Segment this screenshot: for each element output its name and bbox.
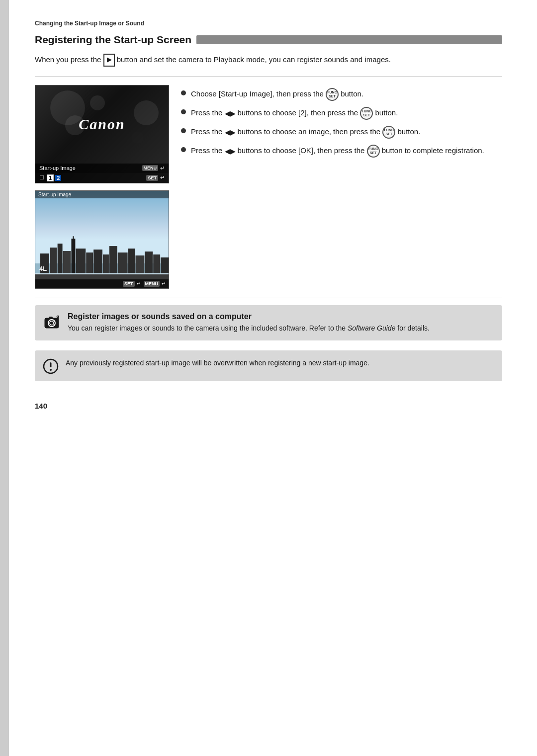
city-label-text: Start-up Image [38,192,71,197]
section-title: Registering the Start-up Screen [35,34,191,46]
bullet-item-3: Press the ◀▶ buttons to choose an image,… [181,126,502,139]
func-set-btn-2: FUNCSET [360,107,373,120]
city-menu-label: MENU [144,281,160,287]
city-screen-label: Start-up Image [35,191,169,198]
bullet-dot-1 [181,90,186,95]
svg-rect-15 [145,252,153,273]
screenshot-frame-1: Canon Start-up Image MENU ↵ ☐ 1 2 [35,85,169,183]
screen1-numbers: ☐ 1 2 [39,174,61,181]
size-indicator: 4L [39,265,47,272]
bullet-item-4: Press the ◀▶ buttons to choose [OK], the… [181,145,502,158]
svg-rect-7 [76,249,86,273]
arrow-lr-3: ◀▶ [225,128,238,136]
svg-rect-3 [58,244,63,273]
bullet-text-3: Press the ◀▶ buttons to choose an image,… [191,126,502,139]
svg-rect-17 [161,257,169,273]
warning-icon-wrapper [43,358,59,374]
svg-rect-5 [71,239,75,273]
func-set-btn-1: FUNCSET [326,88,339,101]
svg-rect-21 [49,317,53,319]
screen1-menu-set: MENU ↵ [141,165,165,171]
bullet3-part3: button. [397,127,420,136]
warning-icon [43,358,59,374]
svg-point-25 [50,369,52,371]
bokeh-5 [131,131,144,144]
warning-text: Any previously registered start-up image… [66,357,369,368]
bokeh-2 [134,100,159,125]
bullet3-part1: Press the [191,127,222,136]
intro-text: When you press the ▶ button and set the … [35,54,502,67]
bullet-text-4: Press the ◀▶ buttons to choose [OK], the… [191,145,502,158]
screen1-label-text: Start-up Image [39,165,76,171]
bullet2-part3: button. [375,108,398,117]
bokeh-4 [90,95,105,110]
bullet4-part1: Press the [191,146,222,155]
bottom-divider [35,298,502,298]
screen1-set-bar: SET ↵ [145,174,165,181]
screen1-number-bar: ☐ 1 2 SET ↵ [35,173,169,183]
warning-box: Any previously registered start-up image… [35,350,502,381]
canon-logo: Canon [79,116,125,133]
note-box: Register images or sounds saved on a com… [35,305,502,340]
svg-rect-12 [118,252,128,273]
svg-rect-9 [93,250,102,273]
bullet-list: Choose [Start-up Image], then press the … [181,88,502,158]
city-screen: Start-up Image [35,191,169,288]
screenshot-frame-2: Start-up Image [35,190,169,289]
note-icon-wrapper [43,313,61,331]
screen1-label-bar: Start-up Image MENU ↵ [35,164,169,173]
section-title-wrapper: Registering the Start-up Screen [35,34,502,46]
city-skyline-svg [35,229,169,278]
note-text: You can register images or sounds to the… [68,323,430,334]
svg-rect-4 [63,251,71,273]
svg-rect-24 [50,362,52,367]
camera-icon-small: ☐ [39,174,44,181]
bullet2-part2: buttons to choose [2], then press the [237,108,358,117]
func-set-btn-3: FUNCSET [382,126,395,139]
bullet-dot-4 [181,147,186,152]
bullet-dot-2 [181,109,186,114]
set-return-icon: ↵ [160,174,165,181]
bullet2-part1: Press the [191,108,222,117]
breadcrumb: Changing the Start-up Image or Sound [35,20,502,27]
breadcrumb-text: Changing the Start-up Image or Sound [35,20,144,27]
func-set-btn-4: FUNCSET [367,145,380,158]
bullet-text-2: Press the ◀▶ buttons to choose [2], then… [191,107,502,120]
bullet4-part3: button to complete registration. [382,146,484,155]
screenshots-column: Canon Start-up Image MENU ↵ ☐ 1 2 [35,85,169,289]
bullet4-part2: buttons to choose [OK], then press the [237,146,364,155]
set-label: SET [146,175,158,181]
svg-rect-11 [109,246,117,273]
svg-rect-10 [103,254,109,273]
arrow-lr-2: ◀▶ [225,109,238,117]
svg-rect-14 [135,255,144,273]
city-bottom-bar: SET ↵ MENU ↵ [35,279,169,288]
svg-point-22 [56,319,57,321]
bullet-text-1: Choose [Start-up Image], then press the … [191,88,502,101]
bullet-dot-3 [181,128,186,133]
camera-computer-icon [43,313,61,331]
return-arrow: ↵ [160,165,165,171]
city-set-label: SET [123,281,135,287]
svg-rect-6 [73,236,74,240]
software-guide-italic: Software Guide [348,324,396,332]
svg-rect-8 [86,252,93,273]
number-1: 1 [47,174,54,181]
playback-button-icon: ▶ [103,54,115,66]
svg-rect-13 [128,249,135,273]
main-content: Canon Start-up Image MENU ↵ ☐ 1 2 [35,85,502,289]
city-menu-return: ↵ [162,281,166,286]
canon-screen: Canon Start-up Image MENU ↵ ☐ 1 2 [35,85,169,183]
menu-label: MENU [142,165,159,171]
bullet-item-1: Choose [Start-up Image], then press the … [181,88,502,101]
page-number: 140 [35,402,47,410]
top-divider [35,77,502,77]
number-2: 2 [55,175,61,181]
canon-screen-main: Canon [35,85,169,164]
svg-rect-2 [50,248,57,273]
note-title: Register images or sounds saved on a com… [68,312,430,321]
title-bar-decoration [196,35,502,44]
instructions-column: Choose [Start-up Image], then press the … [181,85,502,289]
bullet-item-2: Press the ◀▶ buttons to choose [2], then… [181,107,502,120]
arrow-lr-4: ◀▶ [225,147,238,155]
